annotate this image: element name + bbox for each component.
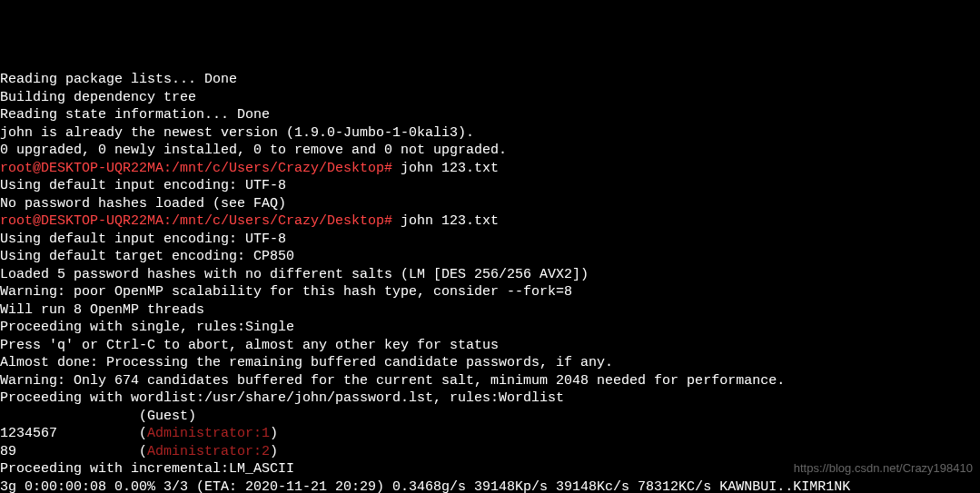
watermark-text: https://blog.csdn.net/Crazy198410 — [794, 461, 973, 477]
terminal-text-segment: john 123.txt — [392, 213, 499, 229]
terminal-line: Using default input encoding: UTF-8 — [0, 177, 980, 195]
terminal-line: root@DESKTOP-UQR22MA:/mnt/c/Users/Crazy/… — [0, 160, 980, 178]
terminal-text-segment: ) — [270, 444, 278, 459]
terminal-line: No password hashes loaded (see FAQ) — [0, 195, 980, 213]
terminal-text-segment: root@DESKTOP-UQR22MA:/mnt/c/Users/Crazy/… — [0, 213, 392, 229]
terminal-text-segment: Using default input encoding: UTF-8 — [0, 178, 286, 193]
terminal-text-segment: Warning: Only 674 candidates buffered fo… — [0, 373, 785, 389]
terminal-output[interactable]: Reading package lists... DoneBuilding de… — [0, 71, 980, 493]
terminal-text-segment: Using default input encoding: UTF-8 — [0, 232, 286, 247]
terminal-text-segment: 1234567 ( — [0, 426, 147, 441]
terminal-text-segment: john is already the newest version (1.9.… — [0, 125, 474, 141]
terminal-text-segment: 3g 0:00:00:08 0.00% 3/3 (ETA: 2020-11-21… — [0, 479, 850, 494]
terminal-text-segment: Proceeding with single, rules:Single — [0, 320, 294, 335]
terminal-text-segment: Proceeding with wordlist:/usr/share/john… — [0, 390, 564, 406]
terminal-text-segment: Loaded 5 password hashes with no differe… — [0, 267, 589, 282]
terminal-line: Warning: poor OpenMP scalability for thi… — [0, 283, 980, 301]
terminal-text-segment: Proceeding with incremental:LM_ASCII — [0, 461, 294, 477]
terminal-text-segment: Administrator:2 — [147, 444, 270, 459]
terminal-text-segment: 0 upgraded, 0 newly installed, 0 to remo… — [0, 143, 507, 158]
terminal-line: Almost done: Processing the remaining bu… — [0, 354, 980, 372]
terminal-line: 3g 0:00:00:08 0.00% 3/3 (ETA: 2020-11-21… — [0, 478, 980, 494]
terminal-text-segment: (Guest) — [0, 409, 196, 424]
terminal-text-segment: 89 ( — [0, 444, 147, 459]
terminal-text-segment: john 123.txt — [392, 161, 499, 176]
terminal-line: Will run 8 OpenMP threads — [0, 301, 980, 320]
terminal-text-segment: Reading state information... Done — [0, 107, 270, 123]
terminal-line: root@DESKTOP-UQR22MA:/mnt/c/Users/Crazy/… — [0, 212, 980, 231]
terminal-line: 89 (Administrator:2) — [0, 443, 980, 461]
terminal-line: 0 upgraded, 0 newly installed, 0 to remo… — [0, 142, 980, 160]
terminal-line: Loaded 5 password hashes with no differe… — [0, 266, 980, 284]
terminal-text-segment: Will run 8 OpenMP threads — [0, 302, 204, 318]
terminal-text-segment: root@DESKTOP-UQR22MA:/mnt/c/Users/Crazy/… — [0, 161, 392, 176]
terminal-text-segment: Warning: poor OpenMP scalability for thi… — [0, 284, 572, 300]
terminal-line: Reading package lists... Done — [0, 71, 980, 89]
terminal-text-segment: Press 'q' or Ctrl-C to abort, almost any… — [0, 338, 499, 353]
terminal-line: Proceeding with single, rules:Single — [0, 319, 980, 337]
terminal-line: Proceeding with wordlist:/usr/share/john… — [0, 389, 980, 408]
terminal-text-segment: Using default target encoding: CP850 — [0, 249, 294, 264]
terminal-text-segment: Building dependency tree — [0, 90, 196, 105]
terminal-line: Building dependency tree — [0, 89, 980, 107]
terminal-text-segment: Almost done: Processing the remaining bu… — [0, 355, 613, 370]
terminal-line: Using default input encoding: UTF-8 — [0, 231, 980, 249]
terminal-text-segment: No password hashes loaded (see FAQ) — [0, 196, 286, 212]
terminal-line: Warning: Only 674 candidates buffered fo… — [0, 372, 980, 390]
terminal-line: 1234567 (Administrator:1) — [0, 425, 980, 443]
terminal-line: Reading state information... Done — [0, 106, 980, 124]
terminal-text-segment: Reading package lists... Done — [0, 72, 237, 87]
terminal-line: Press 'q' or Ctrl-C to abort, almost any… — [0, 337, 980, 355]
terminal-text-segment: Administrator:1 — [147, 426, 270, 441]
terminal-text-segment: ) — [270, 426, 278, 441]
terminal-line: (Guest) — [0, 408, 980, 426]
terminal-line: john is already the newest version (1.9.… — [0, 124, 980, 143]
terminal-line: Using default target encoding: CP850 — [0, 248, 980, 266]
